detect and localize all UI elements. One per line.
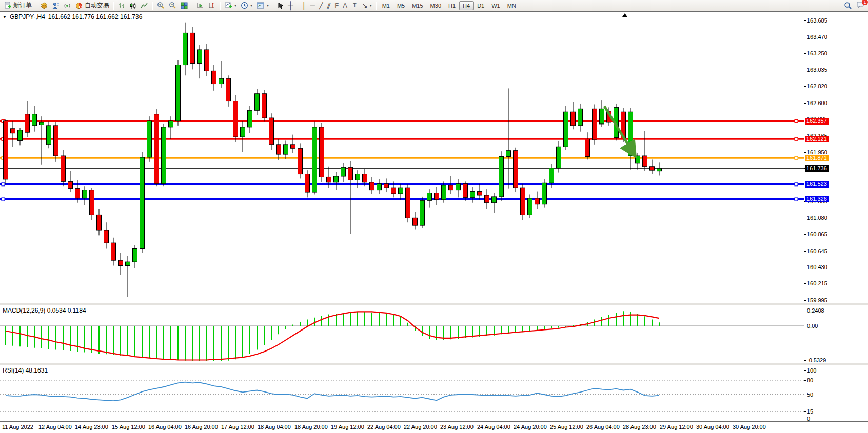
candle-body [528,198,532,215]
chart-title[interactable]: ▼ GBPJPY-,H4 161.662 161.776 161.662 161… [3,13,142,20]
tile-windows-button[interactable] [179,1,190,10]
crosshair-tool-button[interactable]: ┼ [286,1,295,10]
horizontal-line-icon: ─ [310,2,315,9]
notifications-button[interactable]: 1 [856,1,865,11]
timeframe-m5[interactable]: M5 [393,1,408,10]
chevron-down-icon: ▾ [234,3,236,8]
line-anchor-handle[interactable] [795,119,798,122]
macd-axis[interactable]: 0.24080.00-0.5329 [805,305,868,363]
candle-body [255,94,260,111]
periods-dropdown[interactable]: ▾ [239,1,254,10]
line-anchor-handle[interactable] [2,183,5,186]
price-axis-tick: 160.215 [807,280,827,286]
price-axis[interactable]: 163.685163.470163.250163.035162.820162.6… [805,12,868,303]
new-order-button[interactable]: 新订单 [2,1,34,10]
candle-body [370,182,374,190]
chart-shift-button[interactable] [206,1,218,10]
candle-body [298,148,303,174]
candle-body [262,94,267,118]
timeframe-m30[interactable]: M30 [427,1,445,10]
templates-dropdown[interactable]: ▾ [254,1,271,10]
candle-body [198,50,202,64]
timeframe-m15[interactable]: M15 [408,1,426,10]
candle-body [585,139,590,157]
timeframe-d1[interactable]: D1 [474,1,488,10]
candle-body [269,118,274,145]
fibonacci-tool[interactable]: F [332,1,341,10]
price-axis-tick: 159.995 [807,297,827,303]
time-axis-label: 30 Aug 04:00 [696,424,729,430]
price-chart-canvas[interactable] [0,12,804,303]
zoom-out-button[interactable] [167,1,179,10]
auto-scroll-icon [196,2,204,9]
zoom-in-button[interactable] [155,1,167,10]
timeframe-h1[interactable]: H1 [445,1,459,10]
search-icon[interactable] [844,2,852,10]
candle-body [341,167,346,176]
candle-body [183,33,188,65]
macd-canvas[interactable] [0,305,804,363]
timeframe-h4[interactable]: H4 [459,1,474,10]
line-anchor-handle[interactable] [795,198,798,201]
macd-axis-tick: 0.00 [807,323,818,329]
bar-chart-button[interactable] [116,1,127,10]
signals-button[interactable] [62,1,73,10]
autotrading-button[interactable]: 自动交易 [73,1,111,10]
arrows-tool-icon: ↘ [362,2,368,9]
candle-body [212,71,216,84]
candlestick-chart-icon [129,2,136,9]
timeframe-mn[interactable]: MN [504,1,520,10]
candle-body [549,168,554,183]
candlestick-chart-button[interactable] [127,1,139,10]
candle-body [650,167,655,170]
candle-body [119,260,123,265]
rsi-canvas[interactable] [0,365,804,421]
trendline-tool[interactable]: ╱ [317,1,325,10]
price-level-label: 162.357 [805,118,829,125]
text-label-tool[interactable]: T [349,1,360,10]
tile-windows-icon [181,2,188,9]
template-icon [257,2,265,9]
equidistant-channel-tool[interactable]: ∥ [325,1,333,10]
line-anchor-handle[interactable] [795,156,798,159]
chevron-down-icon: ▾ [370,3,372,8]
auto-scroll-button[interactable] [194,1,206,10]
metaeditor-button[interactable] [38,1,50,10]
timeframe-m1[interactable]: M1 [379,1,393,10]
line-anchor-handle[interactable] [2,198,5,201]
chart-shift-marker[interactable] [622,13,627,17]
text-tool[interactable]: A [341,1,349,10]
candle-body [348,167,353,180]
line-chart-button[interactable] [139,1,150,10]
price-level-label: 161.871 [805,155,829,161]
rsi-axis-tick: 15 [807,408,813,415]
candle-body [241,127,245,137]
rsi-axis[interactable]: 1008050150 [805,365,868,421]
chart-menu-icon[interactable]: ▼ [3,15,7,19]
indicators-dropdown[interactable]: ▾ [223,1,239,10]
cursor-tool-button[interactable] [275,1,286,10]
candle-body [291,145,295,148]
price-level-label: 161.523 [805,181,829,188]
vertical-line-tool[interactable]: │ [300,1,308,10]
price-level-label: 162.121 [805,136,829,142]
main-toolbar: 新订单 [0,0,868,11]
time-axis-label: 15 Aug 12:00 [112,424,145,430]
price-axis-tick: 161.950 [807,149,827,155]
line-anchor-handle[interactable] [795,183,798,186]
time-axis[interactable]: 11 Aug 202212 Aug 04:0014 Aug 23:0015 Au… [0,421,868,433]
horizontal-line-tool[interactable]: ─ [308,1,317,10]
candle-body [456,184,461,190]
timeframe-w1[interactable]: W1 [488,1,504,10]
candle-body [47,126,51,145]
candle-body [377,184,382,190]
fibonacci-icon: F [334,2,339,9]
candle-body [363,174,367,182]
price-level-label: 161.736 [805,165,829,172]
arrows-tool-dropdown[interactable]: ↘ ▾ [360,1,374,10]
line-anchor-handle[interactable] [795,137,798,140]
candle-body [248,110,252,127]
candle-body [564,112,568,147]
strategy-tester-button[interactable] [50,1,62,10]
rsi-value: 48.1631 [26,367,48,374]
